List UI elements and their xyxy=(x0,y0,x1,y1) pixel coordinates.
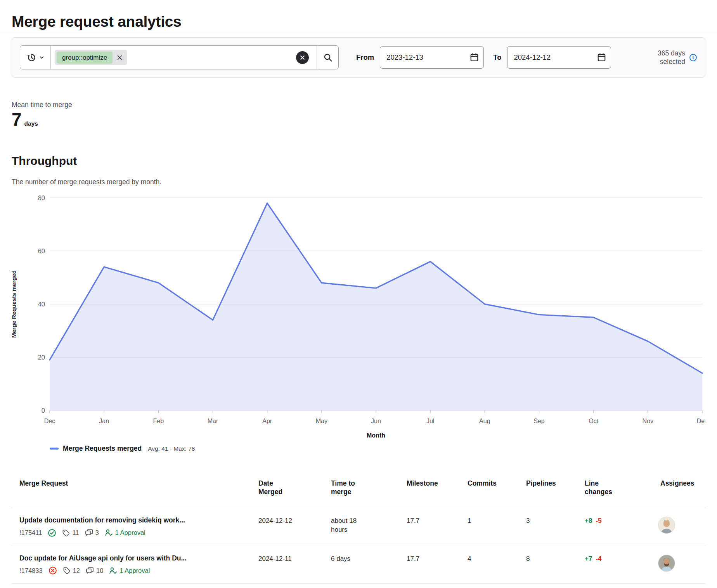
to-label: To xyxy=(493,53,501,62)
table-row: Doc update for AiUsage api only for user… xyxy=(12,546,705,584)
commits-cell: 4 xyxy=(468,554,526,564)
approvals: 1 Approval xyxy=(109,567,150,575)
line-changes-cell: +8-5 xyxy=(585,516,660,526)
col-merge-request: Merge Request xyxy=(19,479,258,508)
y-tick-label: 40 xyxy=(38,301,45,308)
mr-id: !175411 xyxy=(19,529,42,536)
chevron-down-icon xyxy=(39,55,44,60)
stat-label: Mean time to merge xyxy=(12,101,72,109)
throughput-heading: Throughput xyxy=(12,154,77,168)
deletions: -4 xyxy=(596,555,601,562)
mr-closed-status-icon xyxy=(48,566,57,575)
x-tick-label: Oct xyxy=(589,418,598,424)
throughput-chart-canvas[interactable]: 020406080DecJanFebMarAprMayJunJulAugSepO… xyxy=(12,194,705,444)
comments-count[interactable]: 3 xyxy=(85,529,99,537)
filter-token-remove-button[interactable] xyxy=(113,50,126,64)
x-tick-label: Dec xyxy=(697,418,705,424)
mr-title-link[interactable]: Doc update for AiUsage api only for user… xyxy=(19,554,258,563)
milestone-cell: 17.7 xyxy=(407,554,468,564)
search-icon xyxy=(323,53,333,62)
approvals: 1 Approval xyxy=(105,529,145,537)
info-icon[interactable] xyxy=(689,54,697,62)
comments-icon xyxy=(86,567,94,575)
filter-bar: group::optimize From xyxy=(12,37,705,78)
x-axis-title: Month xyxy=(367,432,385,439)
search-history-dropdown[interactable] xyxy=(20,46,51,69)
days-selected: 365 days selected xyxy=(644,49,697,66)
filter-token: group::optimize xyxy=(55,50,127,65)
from-label: From xyxy=(356,53,374,62)
y-tick-label: 80 xyxy=(38,194,45,201)
y-tick-label: 20 xyxy=(38,354,45,361)
filter-token-label: group::optimize xyxy=(57,52,113,64)
line-changes-cell: +7-4 xyxy=(585,554,660,564)
commits-cell: 1 xyxy=(468,516,526,526)
y-tick-label: 60 xyxy=(38,247,45,254)
table-row: Update documentation for removing sideki… xyxy=(12,508,705,546)
col-time-to-merge: Time to merge xyxy=(331,479,407,508)
to-date-input[interactable] xyxy=(507,46,611,69)
legend-series-label: Merge Requests merged xyxy=(63,444,142,453)
merge-requests-table: Merge Request Date Merged Time to merge … xyxy=(12,474,705,584)
days-selected-text: 365 days selected xyxy=(644,49,685,66)
mean-time-to-merge-stat: Mean time to merge 7 days xyxy=(12,101,72,128)
mr-merged-status-icon xyxy=(48,529,56,537)
calendar-icon[interactable] xyxy=(470,53,479,62)
mr-id: !174833 xyxy=(19,567,43,574)
additions: +8 xyxy=(585,517,592,524)
calendar-icon[interactable] xyxy=(597,53,606,62)
milestone-cell: 17.7 xyxy=(407,516,468,526)
pipelines-cell: 3 xyxy=(526,516,585,526)
clear-search-button[interactable] xyxy=(296,51,309,64)
col-assignees: Assignees xyxy=(660,479,705,508)
legend-series-marker xyxy=(50,448,59,450)
table-header-row: Merge Request Date Merged Time to merge … xyxy=(12,474,705,508)
stat-value: 7 xyxy=(12,111,22,128)
pipelines-cell: 8 xyxy=(526,554,585,564)
label-tag-icon xyxy=(63,567,71,574)
y-tick-label: 0 xyxy=(42,407,45,414)
col-pipelines: Pipelines xyxy=(526,479,585,508)
throughput-description: The number of merge requests merged by m… xyxy=(12,178,161,186)
time-to-merge-cell: about 18 hours xyxy=(331,516,380,534)
assignee-avatar[interactable] xyxy=(658,555,675,572)
x-tick-label: May xyxy=(316,418,327,424)
merge-request-analytics-page: Merge request analytics group::optimize xyxy=(0,0,717,588)
filtered-search-input-area[interactable]: group::optimize xyxy=(51,46,317,69)
filtered-search-input[interactable] xyxy=(130,54,293,61)
x-tick-label: Jun xyxy=(371,418,381,424)
labels-count[interactable]: 12 xyxy=(63,567,80,574)
col-commits: Commits xyxy=(468,479,526,508)
legend-series-stats: Avg: 41 · Max: 78 xyxy=(148,445,195,452)
search-submit-button[interactable] xyxy=(317,46,338,69)
filtered-search-box: group::optimize xyxy=(20,45,339,69)
comments-icon xyxy=(85,529,93,537)
date-merged-cell: 2024-12-11 xyxy=(258,554,331,564)
approval-check-icon xyxy=(109,567,117,575)
col-milestone: Milestone xyxy=(407,479,468,508)
x-tick-label: Apr xyxy=(262,418,272,424)
time-to-merge-cell: 6 days xyxy=(331,554,380,564)
x-tick-label: Sep xyxy=(533,418,545,424)
x-tick-label: Dec xyxy=(44,418,55,424)
label-tag-icon xyxy=(62,529,70,537)
page-title: Merge request analytics xyxy=(12,13,181,30)
assignee-avatar[interactable] xyxy=(658,517,675,534)
to-date-group: To xyxy=(493,46,611,69)
series-area-fill xyxy=(50,203,702,410)
stat-unit: days xyxy=(24,120,38,127)
labels-count[interactable]: 11 xyxy=(62,529,79,537)
x-tick-label: Aug xyxy=(479,418,490,424)
from-date-input[interactable] xyxy=(380,46,484,69)
x-tick-label: Feb xyxy=(153,418,164,424)
date-merged-cell: 2024-12-12 xyxy=(258,516,331,526)
comments-count[interactable]: 10 xyxy=(86,567,103,575)
approval-check-icon xyxy=(105,529,113,537)
from-date-group: From xyxy=(356,46,484,69)
x-tick-label: Mar xyxy=(208,418,218,424)
header-divider xyxy=(0,34,717,34)
x-tick-label: Jan xyxy=(99,418,109,424)
col-line-changes: Line changes xyxy=(585,479,660,508)
history-icon xyxy=(27,53,36,62)
mr-title-link[interactable]: Update documentation for removing sideki… xyxy=(19,516,258,525)
